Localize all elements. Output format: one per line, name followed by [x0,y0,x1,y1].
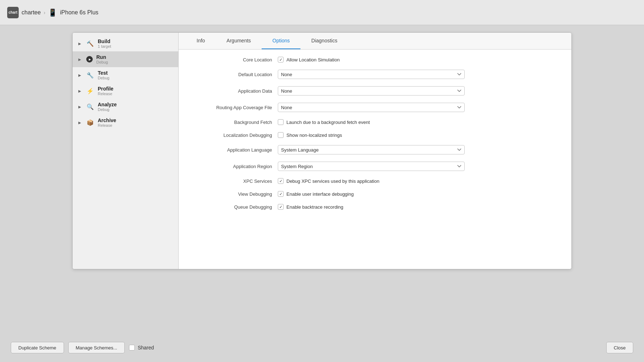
default-location-select[interactable]: None [278,70,465,79]
dialog-body: ▶ 🔨 Build 1 target ▶ Run Debug [73,33,571,269]
localization-debug-control: Show non-localized strings [278,132,465,138]
breadcrumb-chevron: › [43,10,45,15]
localization-debug-checkbox[interactable] [278,132,284,138]
default-location-label: Default Location [193,72,272,77]
analyze-text: Analyze Debug [98,102,117,112]
queue-debugging-control: Enable backtrace recording [278,204,465,210]
routing-coverage-select[interactable]: None [278,103,465,112]
core-location-row: Core Location Allow Location Simulation [193,57,557,62]
scheme-sidebar: ▶ 🔨 Build 1 target ▶ Run Debug [73,33,179,269]
build-icon: 🔨 [86,40,94,47]
background-fetch-control: Launch due to a background fetch event [278,119,465,125]
archive-text: Archive Release [98,117,116,127]
shared-checkbox[interactable] [129,345,135,351]
bottom-bar: Duplicate Scheme Manage Schemes... Share… [0,333,644,362]
xpc-services-text: Debug XPC services used by this applicat… [286,178,380,184]
profile-text: Profile Release [98,86,114,96]
device-name: iPhone 6s Plus [60,9,98,16]
sidebar-item-build[interactable]: ▶ 🔨 Build 1 target [73,36,178,51]
run-icon [86,56,93,62]
default-location-row: Default Location None [193,70,557,79]
app-logo: chart [7,7,19,18]
main-area: ▶ 🔨 Build 1 target ▶ Run Debug [0,25,644,333]
view-debugging-checkbox[interactable] [278,191,284,197]
app-region-row: Application Region System Region [193,162,557,171]
localization-debug-label: Localization Debugging [193,133,272,138]
app-language-select[interactable]: System Language [278,145,465,154]
localization-debug-row: Localization Debugging Show non-localize… [193,132,557,138]
test-text: Test Debug [98,70,109,80]
app-region-control: System Region [278,162,465,171]
expand-icon-analyze: ▶ [77,104,83,110]
run-text: Run Debug [96,54,108,64]
routing-coverage-label: Routing App Coverage File [193,105,272,110]
view-debugging-row: View Debugging Enable user interface deb… [193,191,557,197]
xpc-services-control: Debug XPC services used by this applicat… [278,178,465,184]
sidebar-item-run[interactable]: ▶ Run Debug [73,51,178,67]
background-fetch-text: Launch due to a background fetch event [286,120,370,125]
top-bar: chart chartee › 📱 iPhone 6s Plus [0,0,644,25]
queue-debugging-row: Queue Debugging Enable backtrace recordi… [193,204,557,210]
analyze-icon: 🔍 [86,103,94,111]
view-debugging-checkbox-row: Enable user interface debugging [278,191,465,197]
expand-icon-build: ▶ [77,41,83,46]
duplicate-scheme-button[interactable]: Duplicate Scheme [11,342,64,353]
queue-debugging-label: Queue Debugging [193,204,272,210]
app-region-select[interactable]: System Region [278,162,465,171]
expand-icon-test: ▶ [77,72,83,78]
core-location-label: Core Location [193,57,272,62]
tab-arguments[interactable]: Arguments [216,33,262,49]
expand-icon-run: ▶ [77,56,83,62]
default-location-control: None [278,70,465,79]
expand-icon-profile: ▶ [77,88,83,94]
app-language-row: Application Language System Language [193,145,557,154]
background-fetch-checkbox[interactable] [278,119,284,125]
device-icon: 📱 [48,8,57,17]
archive-icon: 📦 [86,119,94,126]
routing-coverage-control: None [278,103,465,112]
view-debugging-control: Enable user interface debugging [278,191,465,197]
close-button[interactable]: Close [606,342,633,353]
queue-debugging-checkbox-row: Enable backtrace recording [278,204,465,210]
application-data-label: Application Data [193,88,272,94]
tab-diagnostics[interactable]: Diagnostics [300,33,348,49]
test-icon: 🔧 [86,71,94,79]
background-fetch-checkbox-row: Launch due to a background fetch event [278,119,465,125]
app-language-label: Application Language [193,147,272,153]
build-text: Build 1 target [98,38,111,48]
xpc-services-label: XPC Services [193,178,272,184]
sidebar-item-profile[interactable]: ▶ ⚡ Profile Release [73,83,178,99]
app-language-control: System Language [278,145,465,154]
app-region-label: Application Region [193,164,272,169]
routing-coverage-row: Routing App Coverage File None [193,103,557,112]
expand-icon-archive: ▶ [77,120,83,125]
tabs-bar: Info Arguments Options Diagnostics [179,33,571,50]
sidebar-item-test[interactable]: ▶ 🔧 Test Debug [73,67,178,83]
shared-row: Shared [129,345,154,351]
allow-location-simulation-checkbox[interactable] [278,57,284,62]
queue-debugging-checkbox[interactable] [278,204,284,210]
options-content: Core Location Allow Location Simulation … [179,50,571,269]
sidebar-item-archive[interactable]: ▶ 📦 Archive Release [73,115,178,130]
sidebar-item-analyze[interactable]: ▶ 🔍 Analyze Debug [73,99,178,115]
view-debugging-label: View Debugging [193,191,272,197]
queue-debugging-text: Enable backtrace recording [286,204,343,210]
xpc-services-checkbox[interactable] [278,178,284,184]
application-data-row: Application Data None [193,86,557,96]
main-panel: Info Arguments Options Diagnostics [179,33,571,269]
application-data-select[interactable]: None [278,86,465,96]
xpc-services-checkbox-row: Debug XPC services used by this applicat… [278,178,465,184]
profile-icon: ⚡ [86,87,94,95]
project-name: chartee [22,9,41,16]
manage-schemes-button[interactable]: Manage Schemes... [68,342,125,353]
allow-location-simulation-label: Allow Location Simulation [286,57,340,62]
localization-debug-text: Show non-localized strings [286,133,342,138]
background-fetch-row: Background Fetch Launch due to a backgro… [193,119,557,125]
tab-options[interactable]: Options [262,33,300,49]
tab-info[interactable]: Info [186,33,216,49]
allow-location-simulation-row: Allow Location Simulation [278,57,465,62]
application-data-control: None [278,86,465,96]
core-location-control: Allow Location Simulation [278,57,465,62]
background-fetch-label: Background Fetch [193,120,272,125]
xpc-services-row: XPC Services Debug XPC services used by … [193,178,557,184]
